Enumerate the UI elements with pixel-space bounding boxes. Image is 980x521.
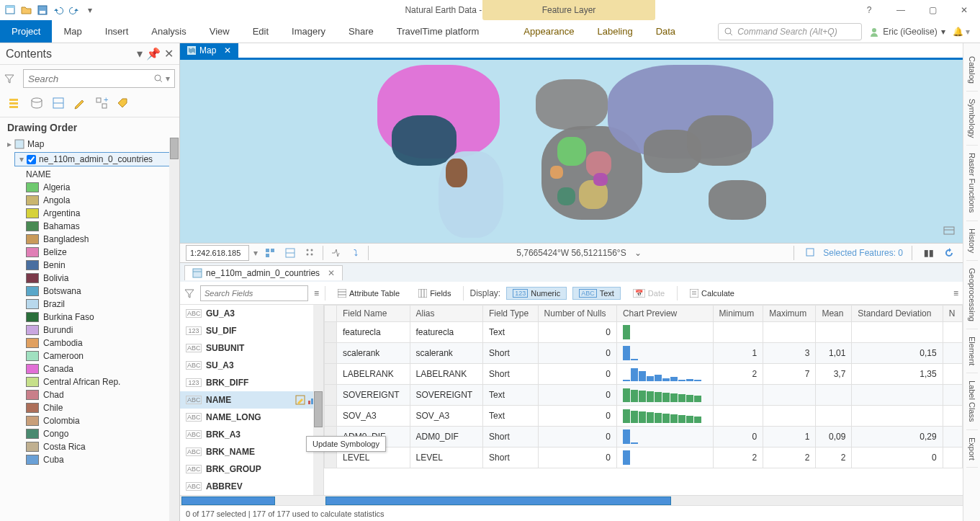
save-icon[interactable] bbox=[36, 4, 49, 17]
ribbon-tab-analysis[interactable]: Analysis bbox=[140, 20, 197, 43]
expand-icon[interactable]: ▸ bbox=[7, 139, 12, 149]
table-row[interactable]: featurecla featurecla Text 0 bbox=[325, 322, 963, 343]
text-toggle[interactable]: ABCText bbox=[572, 287, 621, 300]
ribbon-tab-map[interactable]: Map bbox=[52, 20, 93, 43]
legend-item[interactable]: Argentina bbox=[26, 207, 179, 220]
qat-dropdown-icon[interactable]: ▾ bbox=[84, 4, 96, 17]
field-list[interactable]: ABCGU_A3123SU_DIFABCSUBUNITABCSU_A3123BR… bbox=[180, 305, 324, 495]
legend-item[interactable]: Cameroon bbox=[26, 349, 179, 362]
legend-item[interactable]: Angola bbox=[26, 194, 179, 207]
snapping-icon[interactable] bbox=[328, 245, 343, 261]
field-list-hscroll[interactable] bbox=[180, 495, 324, 505]
field-list-row[interactable]: 123BRK_DIFF bbox=[180, 374, 323, 391]
table-row[interactable]: ADM0_DIF ADM0_DIF Short 0 0 1 0,09 0,29 bbox=[325, 427, 963, 447]
new-project-icon[interactable] bbox=[4, 4, 17, 17]
attribute-tab[interactable]: ne_110m_admin_0_countries ✕ bbox=[184, 265, 343, 280]
tab-close-icon[interactable]: ✕ bbox=[224, 45, 231, 55]
column-header[interactable]: Chart Preview bbox=[616, 306, 713, 322]
autohide-icon[interactable]: 📌 bbox=[146, 47, 161, 61]
attribute-table-button[interactable]: Attribute Table bbox=[331, 287, 406, 300]
notifications-icon[interactable]: 🔔 ▾ bbox=[953, 27, 970, 37]
fields-button[interactable]: Fields bbox=[412, 287, 457, 300]
dock-tab[interactable]: Raster Functions bbox=[966, 146, 978, 221]
ribbon-tab-data[interactable]: Data bbox=[644, 20, 687, 43]
legend-item[interactable]: Congo bbox=[26, 427, 179, 440]
toolbar-menu-icon[interactable]: ≡ bbox=[953, 288, 958, 298]
field-list-row[interactable]: ABCBRK_A3 bbox=[180, 426, 323, 443]
scale-dropdown-icon[interactable]: ▾ bbox=[253, 248, 258, 258]
menu-icon[interactable]: ≡ bbox=[314, 288, 319, 298]
user-menu[interactable]: Eric (iGeolise) ▾ bbox=[869, 27, 945, 37]
command-search[interactable]: Command Search (Alt+Q) bbox=[718, 23, 862, 40]
undo-icon[interactable] bbox=[52, 4, 65, 17]
legend-item[interactable]: Bolivia bbox=[26, 272, 179, 285]
dock-tab[interactable]: Geoprocessing bbox=[966, 261, 978, 329]
ribbon-tab-insert[interactable]: Insert bbox=[94, 20, 140, 43]
help-icon[interactable]: ? bbox=[860, 1, 878, 19]
column-header[interactable]: Maximum bbox=[763, 306, 816, 322]
list-by-source-icon[interactable] bbox=[29, 95, 45, 111]
open-icon[interactable] bbox=[20, 4, 33, 17]
scale-input[interactable]: 1:242.618.185 bbox=[186, 245, 249, 261]
field-list-row[interactable]: 123SU_DIF bbox=[180, 322, 323, 339]
expand-icon[interactable]: ▾ bbox=[19, 154, 24, 164]
update-symbology-icon[interactable] bbox=[295, 395, 305, 405]
field-list-scrollbar[interactable] bbox=[313, 305, 323, 495]
legend-item[interactable]: Botswana bbox=[26, 285, 179, 298]
legend-item[interactable]: Bahamas bbox=[26, 220, 179, 233]
map-canvas[interactable] bbox=[180, 60, 963, 243]
column-header[interactable]: N bbox=[943, 306, 962, 322]
search-fields-input-wrap[interactable] bbox=[200, 285, 308, 301]
map-options-icon[interactable] bbox=[943, 224, 956, 237]
legend-item[interactable]: Chad bbox=[26, 388, 179, 401]
dock-tab[interactable]: Catalog bbox=[966, 49, 978, 92]
pane-menu-icon[interactable]: ▾ bbox=[137, 47, 143, 61]
legend-item[interactable]: Algeria bbox=[26, 181, 179, 194]
table-row[interactable]: SOV_A3 SOV_A3 Text 0 bbox=[325, 406, 963, 427]
calculate-button[interactable]: Calculate bbox=[683, 287, 741, 300]
date-toggle[interactable]: 📅Date bbox=[626, 287, 671, 300]
list-by-snapping-icon[interactable]: + bbox=[94, 95, 109, 111]
ribbon-tab-imagery[interactable]: Imagery bbox=[280, 20, 337, 43]
filter-icon[interactable] bbox=[184, 288, 194, 298]
ribbon-tab-labeling[interactable]: Labeling bbox=[585, 20, 644, 43]
search-fields-input[interactable] bbox=[204, 289, 305, 298]
field-list-row[interactable]: ABCSUBUNIT bbox=[180, 339, 323, 357]
legend-item[interactable]: Cuba bbox=[26, 453, 179, 466]
contents-search[interactable]: ▾ bbox=[23, 69, 175, 88]
layer-visibility-checkbox[interactable] bbox=[27, 155, 36, 164]
legend-item[interactable]: Burkina Faso bbox=[26, 311, 179, 324]
arrow-icon[interactable]: ⤵ bbox=[348, 245, 364, 261]
dock-tab[interactable]: Export bbox=[966, 430, 978, 468]
column-header[interactable]: Field Name bbox=[337, 306, 410, 322]
column-header[interactable]: Alias bbox=[410, 306, 483, 322]
legend-item[interactable]: Chile bbox=[26, 401, 179, 414]
nav-tool-icon-2[interactable] bbox=[282, 245, 298, 261]
column-header[interactable]: Mean bbox=[816, 306, 852, 322]
list-by-editing-icon[interactable] bbox=[72, 95, 88, 111]
redo-icon[interactable] bbox=[68, 4, 81, 17]
legend-item[interactable]: Cambodia bbox=[26, 337, 179, 349]
field-list-row[interactable]: ABCBRK_NAME bbox=[180, 443, 323, 460]
dock-tab[interactable]: History bbox=[966, 221, 978, 261]
map-frame-node[interactable]: ▸ Map bbox=[4, 138, 179, 151]
field-list-row[interactable]: ABCABBREV bbox=[180, 478, 323, 495]
contents-scrollbar[interactable] bbox=[169, 138, 179, 521]
field-statistics-table[interactable]: Field NameAliasField TypeNumber of Nulls… bbox=[324, 305, 963, 495]
legend-item[interactable]: Burundi bbox=[26, 324, 179, 337]
list-by-drawing-order-icon[interactable] bbox=[7, 95, 23, 111]
numeric-toggle[interactable]: 123Numeric bbox=[506, 287, 567, 300]
table-row[interactable]: LABELRANK LABELRANK Short 0 2 7 3,7 1,35 bbox=[325, 364, 963, 385]
layer-node[interactable]: ▾ ne_110m_admin_0_countries bbox=[14, 152, 176, 166]
legend-item[interactable]: Benin bbox=[26, 259, 179, 272]
search-dropdown-icon[interactable]: ▾ bbox=[166, 74, 170, 84]
coords-dropdown-icon[interactable]: ⌄ bbox=[634, 248, 642, 258]
dock-tab[interactable]: Symbology bbox=[966, 92, 978, 146]
field-list-row[interactable]: ABCGU_A3 bbox=[180, 305, 323, 322]
field-list-row[interactable]: ABCSU_A3 bbox=[180, 357, 323, 374]
minimize-button[interactable]: — bbox=[892, 1, 909, 19]
ribbon-tab-appearance[interactable]: Appearance bbox=[512, 20, 585, 43]
column-header[interactable]: Standard Deviation bbox=[852, 306, 943, 322]
ribbon-tab-edit[interactable]: Edit bbox=[241, 20, 280, 43]
legend-item[interactable]: Brazil bbox=[26, 298, 179, 311]
